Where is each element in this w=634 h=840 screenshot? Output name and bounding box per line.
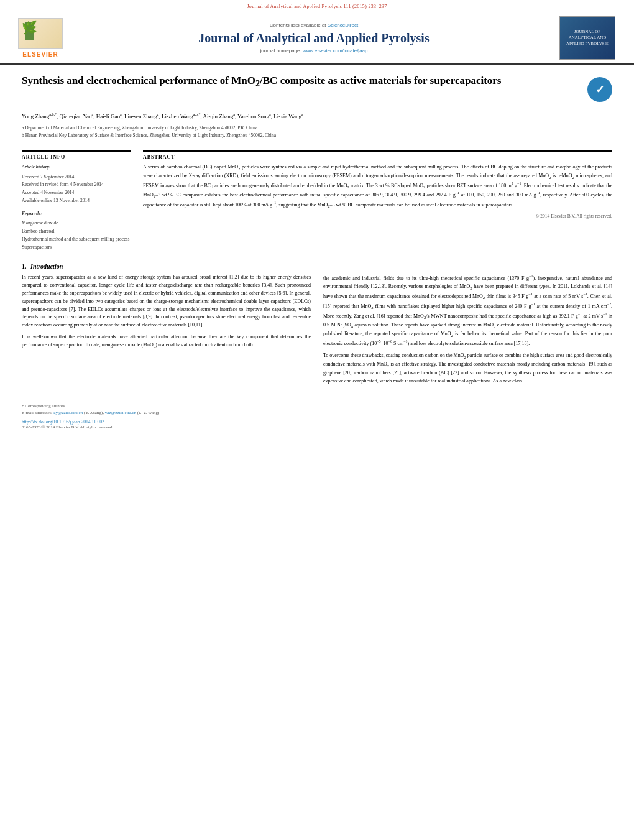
journal-title-center: Contents lists available at ScienceDirec… [68,22,559,53]
elsevier-brand: ELSEVIER [22,51,58,58]
body-section: 1. Introduction In recent years, superca… [22,259,612,389]
crossmark-badge: ✓ [587,77,612,102]
article-title: Synthesis and electrochemical performanc… [22,74,587,90]
sciencedirect-link[interactable]: ScienceDirect [328,22,358,28]
affiliation-b: b Henan Provincial Key Laboratory of Sur… [22,132,612,139]
elsevier-logo: ELSEVIER [12,18,68,58]
keyword-3: Hydrothermal method and the subsequent m… [22,236,131,244]
accepted-date: Accepted 4 November 2014 [22,189,131,197]
email-2-link[interactable]: wlz@zzuli.edu.cn [105,410,136,415]
body-para-2: It is well-known that the electrode mate… [22,333,311,350]
journal-header: ELSEVIER Contents lists available at Sci… [0,11,634,65]
body-para-4: To overcome these drawbacks, coating con… [323,352,612,385]
email2-author: (L.-z. Wang). [137,410,160,415]
keyword-1: Manganese dioxide [22,219,131,228]
section-1-heading: 1. Introduction [22,263,612,270]
online-date: Available online 13 November 2014 [22,197,131,205]
contents-available: Contents lists available at ScienceDirec… [81,22,547,28]
article-content: Synthesis and electrochemical performanc… [0,65,634,439]
body-para-3: the academic and industrial fields due t… [323,274,612,348]
journal-homepage-link[interactable]: www.elsevier.com/locate/jaap [303,48,368,53]
keyword-2: Bamboo charcoal [22,228,131,236]
abstract-label: ABSTRACT [143,150,612,160]
authors-line: Yong Zhanga,b,*, Qian-qian Yaoa, Hai-li … [22,112,612,121]
issn-line: 0165-2370/© 2014 Elsevier B.V. All right… [22,425,612,430]
keywords-block: Keywords: Manganese dioxide Bamboo charc… [22,210,131,252]
abstract-text: A series of bamboo charcoal (BC)-doped M… [143,164,612,210]
journal-top-bar: Journal of Analytical and Applied Pyroly… [0,0,634,11]
info-abstract-columns: ARTICLE INFO Article history: Received 7… [22,150,612,252]
article-info-label: ARTICLE INFO [22,150,131,160]
journal-logo-right: JOURNAL OFANALYTICAL ANDAPPLIED PYROLYSI… [559,16,615,60]
article-history: Article history: Received 7 September 20… [22,164,131,205]
body-col-right: the academic and industrial fields due t… [323,274,612,389]
email-label: E-mail addresses: [22,410,53,415]
journal-main-title: Journal of Analytical and Applied Pyroly… [81,30,547,45]
footer-section: * Corresponding authors. E-mail addresse… [22,399,612,430]
journal-homepage: journal homepage: www.elsevier.com/locat… [81,48,547,53]
the-text: the [305,334,311,339]
revised-date: Received in revised form 4 November 2014 [22,181,131,189]
history-label: Article history: [22,164,131,172]
article-info-column: ARTICLE INFO Article history: Received 7… [22,150,131,252]
affiliations: a Department of Material and Chemical En… [22,124,612,139]
copyright-line: © 2014 Elsevier B.V. All rights reserved… [143,213,612,219]
footer-note: * Corresponding authors. E-mail addresse… [22,403,612,417]
body-columns: In recent years, supercapacitor as a new… [22,274,612,389]
email1-author: (Y. Zhang), [84,410,104,415]
article-title-section: Synthesis and electrochemical performanc… [22,74,612,107]
body-para-1: In recent years, supercapacitor as a new… [22,274,311,330]
elsevier-logo-image [18,18,63,49]
performance-text: performance [273,192,298,198]
keywords-label: Keywords: [22,210,131,218]
received-date: Received 7 September 2014 [22,173,131,182]
journal-citation: Journal of Analytical and Applied Pyroly… [247,4,387,9]
keyword-4: Supercapacitors [22,244,131,252]
affiliation-a: a Department of Material and Chemical En… [22,124,612,131]
keywords-list: Manganese dioxide Bamboo charcoal Hydrot… [22,219,131,251]
doi-link[interactable]: http://dx.doi.org/10.1016/j.jaap.2014.11… [22,419,612,425]
body-col-left: In recent years, supercapacitor as a new… [22,274,311,389]
section-title-text: Introduction [30,263,63,270]
email-1-link[interactable]: zy@zzuli.edu.cn [53,410,83,415]
abstract-column: ABSTRACT A series of bamboo charcoal (BC… [143,150,612,252]
corresponding-label: * Corresponding authors. [22,404,66,408]
divider-1 [22,145,612,145]
section-number: 1. [22,263,27,270]
